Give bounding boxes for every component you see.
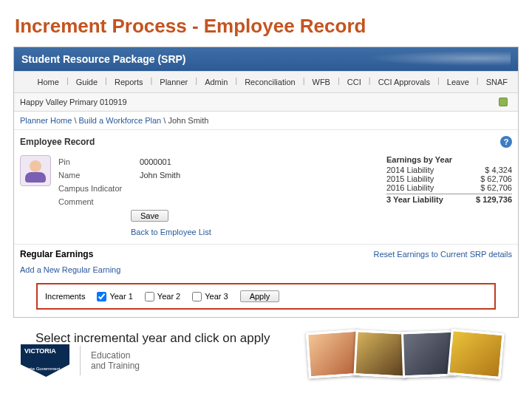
earnings-total: 3 Year Liability$ 129,736 xyxy=(386,194,512,204)
footer-branding: VICTORIA State Government Education and … xyxy=(21,344,140,377)
employee-record: avatar Pin0000001 NameJohn Smith Campus … xyxy=(14,151,518,210)
top-nav: Home| Guide| Reports| Planner| Admin| Re… xyxy=(14,71,518,93)
earnings-row: 2015 Liability$ 62,706 xyxy=(386,174,512,183)
increments-label: Increments xyxy=(45,292,85,301)
breadcrumb-planner-home[interactable]: Planner Home xyxy=(20,116,72,125)
victoria-logo-icon: VICTORIA State Government xyxy=(21,344,69,377)
breadcrumb: Planner Home \ Build a Workforce Plan \ … xyxy=(14,112,518,130)
earnings-panel: Earnings by Year 2014 Liability$ 4,324 2… xyxy=(386,155,512,208)
nav-wfb[interactable]: WFB xyxy=(308,76,335,88)
app-window: Student Resource Package (SRP) Home| Gui… xyxy=(13,47,519,318)
app-header: Student Resource Package (SRP) xyxy=(14,47,518,71)
decorative-photos xyxy=(307,331,502,377)
save-row: Save xyxy=(14,210,518,225)
nav-admin[interactable]: Admin xyxy=(200,76,232,88)
comment-label: Comment xyxy=(58,197,140,206)
breadcrumb-workforce-plan[interactable]: Build a Workforce Plan xyxy=(79,116,162,125)
status-indicator-icon xyxy=(499,98,508,106)
reset-earnings-link[interactable]: Reset Earnings to Current SRP details xyxy=(374,250,513,259)
nav-leave[interactable]: Leave xyxy=(443,76,474,88)
apply-button[interactable]: Apply xyxy=(240,290,280,302)
regular-earnings-header: Regular Earnings Reset Earnings to Curre… xyxy=(14,244,518,261)
nav-reports[interactable]: Reports xyxy=(110,76,148,88)
year1-checkbox[interactable] xyxy=(97,292,106,301)
campus-label: Campus Indicator xyxy=(58,184,140,193)
nav-cci[interactable]: CCI xyxy=(343,76,366,88)
section-title: Employee Record xyxy=(20,137,95,147)
year2-checkbox[interactable] xyxy=(145,292,154,301)
increments-panel: Increments Year 1 Year 2 Year 3 Apply xyxy=(36,283,496,310)
earnings-title: Earnings by Year xyxy=(386,155,512,164)
nav-guide[interactable]: Guide xyxy=(72,76,102,88)
nav-cci-approvals[interactable]: CCI Approvals xyxy=(374,76,434,88)
name-label: Name xyxy=(58,171,140,180)
section-title-row: Employee Record ? xyxy=(14,130,518,151)
breadcrumb-current: John Smith xyxy=(168,116,208,125)
nav-planner[interactable]: Planner xyxy=(155,76,192,88)
save-button[interactable]: Save xyxy=(131,210,168,222)
avatar-icon: avatar xyxy=(20,155,51,186)
regular-earnings-title: Regular Earnings xyxy=(20,249,93,259)
back-to-list-link[interactable]: Back to Employee List xyxy=(131,228,211,236)
app-title: Student Resource Package (SRP) xyxy=(21,53,186,65)
divider xyxy=(80,346,81,375)
department-name: Education and Training xyxy=(91,350,140,371)
help-icon[interactable]: ? xyxy=(500,136,512,148)
slide-title: Increment Process - Employee Record xyxy=(15,15,517,38)
nav-home[interactable]: Home xyxy=(33,76,64,88)
pin-value: 0000001 xyxy=(140,157,171,166)
earnings-row: 2016 Liability$ 62,706 xyxy=(386,183,512,192)
year3-option[interactable]: Year 3 xyxy=(192,292,228,301)
year3-checkbox[interactable] xyxy=(192,292,202,301)
name-value: John Smith xyxy=(140,171,180,180)
year1-option[interactable]: Year 1 xyxy=(97,292,132,301)
school-name: Happy Valley Primary 010919 xyxy=(20,98,127,106)
school-bar: Happy Valley Primary 010919 xyxy=(14,93,518,112)
earnings-row: 2014 Liability$ 4,324 xyxy=(386,166,512,174)
pin-label: Pin xyxy=(58,157,140,166)
add-regular-earning-link[interactable]: Add a New Regular Earning xyxy=(20,265,120,274)
year2-option[interactable]: Year 2 xyxy=(145,292,180,301)
nav-reconciliation[interactable]: Reconciliation xyxy=(240,76,299,88)
photo-icon xyxy=(447,329,504,379)
employee-fields: Pin0000001 NameJohn Smith Campus Indicat… xyxy=(58,155,379,208)
nav-snaf[interactable]: SNAF xyxy=(482,76,512,88)
